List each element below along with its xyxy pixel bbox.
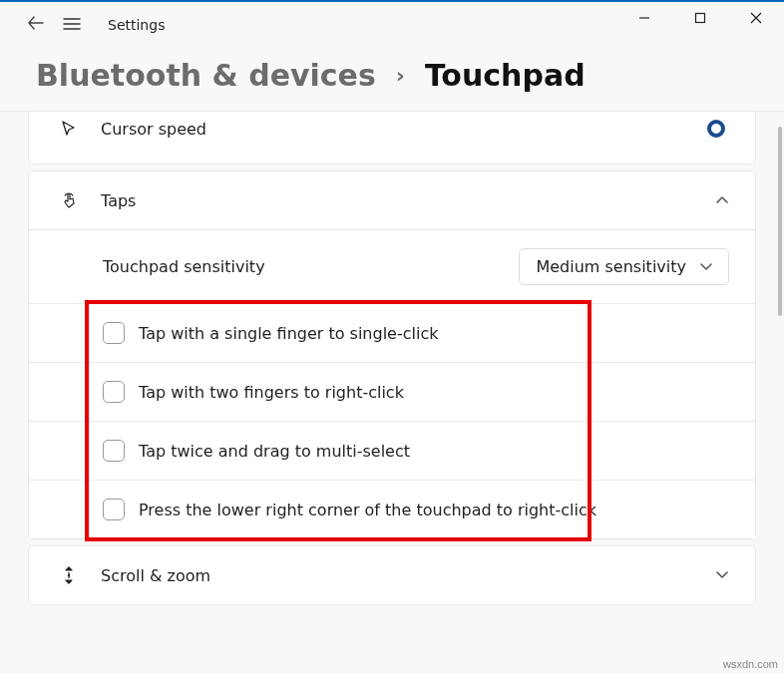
maximize-button[interactable] bbox=[672, 2, 728, 34]
tap-twofinger-label: Tap with two fingers to right-click bbox=[139, 383, 404, 402]
window-controls bbox=[616, 2, 784, 34]
sensitivity-dropdown[interactable]: Medium sensitivity bbox=[519, 248, 729, 285]
tap-option-row: Tap twice and drag to multi-select bbox=[29, 421, 755, 480]
hamburger-icon bbox=[63, 17, 81, 31]
tap-icon bbox=[55, 190, 83, 210]
svg-rect-0 bbox=[696, 14, 705, 23]
sensitivity-row: Touchpad sensitivity Medium sensitivity bbox=[29, 229, 755, 303]
svg-point-1 bbox=[68, 574, 70, 576]
taps-card: Taps Touchpad sensitivity Medium sensiti… bbox=[28, 170, 756, 539]
minimize-icon bbox=[638, 12, 650, 24]
watermark: wsxdn.com bbox=[723, 658, 778, 670]
taps-label: Taps bbox=[101, 191, 715, 210]
tap-drag-checkbox[interactable] bbox=[103, 440, 125, 462]
back-button[interactable] bbox=[22, 15, 50, 35]
cursor-icon bbox=[55, 120, 83, 138]
scroll-icon bbox=[55, 565, 83, 585]
taps-header[interactable]: Taps bbox=[29, 171, 755, 229]
sensitivity-value: Medium sensitivity bbox=[536, 257, 686, 276]
breadcrumb-separator: › bbox=[396, 63, 405, 88]
slider-thumb[interactable] bbox=[707, 120, 725, 138]
close-button[interactable] bbox=[728, 2, 784, 34]
chevron-down-icon bbox=[700, 263, 712, 271]
tap-single-label: Tap with a single finger to single-click bbox=[139, 324, 438, 343]
tap-option-row: Tap with a single finger to single-click bbox=[29, 303, 755, 362]
chevron-down-icon bbox=[715, 567, 729, 583]
breadcrumb: Bluetooth & devices › Touchpad bbox=[0, 48, 784, 111]
maximize-icon bbox=[694, 12, 706, 24]
tap-drag-label: Tap twice and drag to multi-select bbox=[139, 442, 410, 461]
chevron-up-icon bbox=[715, 192, 729, 208]
breadcrumb-parent[interactable]: Bluetooth & devices bbox=[36, 58, 376, 93]
cursor-speed-row[interactable]: Cursor speed bbox=[29, 111, 755, 164]
close-icon bbox=[750, 12, 762, 24]
scrollbar-thumb[interactable] bbox=[778, 127, 782, 316]
cursor-speed-label: Cursor speed bbox=[101, 120, 707, 139]
cursor-speed-card: Cursor speed bbox=[28, 111, 756, 165]
tap-options-highlight: Tap with a single finger to single-click… bbox=[29, 303, 755, 538]
sensitivity-label: Touchpad sensitivity bbox=[103, 257, 519, 276]
app-title: Settings bbox=[94, 17, 165, 33]
back-arrow-icon bbox=[28, 15, 44, 31]
scrollzoom-header[interactable]: Scroll & zoom bbox=[29, 546, 755, 604]
breadcrumb-current: Touchpad bbox=[425, 58, 586, 93]
content-area: Cursor speed Taps Touchpad sensitivity M… bbox=[0, 111, 784, 669]
tap-single-checkbox[interactable] bbox=[103, 322, 125, 344]
tap-twofinger-checkbox[interactable] bbox=[103, 381, 125, 403]
tap-corner-checkbox[interactable] bbox=[103, 499, 125, 520]
tap-option-row: Tap with two fingers to right-click bbox=[29, 362, 755, 421]
minimize-button[interactable] bbox=[616, 2, 672, 34]
scrollzoom-card: Scroll & zoom bbox=[28, 545, 756, 605]
scrollzoom-label: Scroll & zoom bbox=[101, 566, 715, 585]
tap-option-row: Press the lower right corner of the touc… bbox=[29, 480, 755, 538]
tap-corner-label: Press the lower right corner of the touc… bbox=[139, 501, 596, 519]
menu-button[interactable] bbox=[50, 16, 94, 35]
